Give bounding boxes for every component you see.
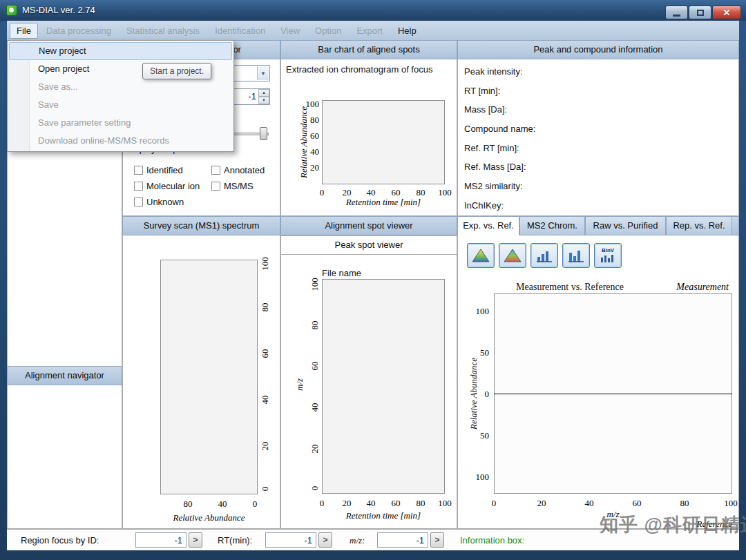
axis-tick: 80 — [184, 499, 193, 510]
axis-tick: 40 — [585, 498, 594, 509]
app-icon — [6, 5, 17, 16]
tab-exp-vs-ref[interactable]: Exp. vs. Ref. — [457, 216, 519, 235]
menu-identification: Identification — [208, 23, 272, 39]
bar-chart-y-axis-label: Relative Abundance — [298, 106, 309, 178]
axis-tick: 100 — [724, 498, 738, 509]
ref-rt-label: Ref. RT [min]: — [464, 143, 519, 153]
axis-tick: 20 — [343, 498, 352, 509]
ref-mass-label: Ref. Mass [Da]: — [464, 162, 526, 172]
menu-item-download-msms-records: Download online-MS/MS records — [8, 132, 233, 150]
menu-option: Option — [308, 23, 348, 39]
histogram-view-button[interactable] — [562, 243, 590, 268]
rt-min-label: RT(min): — [218, 535, 252, 545]
menu-item-new-project[interactable]: New project — [9, 42, 232, 60]
filter-molecular-ion-label: Molecular ion — [146, 181, 200, 191]
menu-item-save-as: Save as... — [8, 78, 233, 96]
histogram-icon — [568, 248, 584, 263]
peak-spot-plot[interactable] — [322, 279, 445, 494]
minimize-icon — [673, 15, 680, 17]
region-focus-input[interactable] — [135, 532, 186, 548]
peak-intensity-label: Peak intensity: — [464, 66, 523, 77]
compound-info-header: Peak and compound information — [457, 40, 739, 59]
axis-tick: 100 — [468, 306, 489, 317]
survey-scan-header: Survey scan (MS1) spectrum — [122, 216, 280, 235]
axis-tick: 100 — [468, 472, 489, 483]
minimize-button[interactable] — [665, 6, 688, 19]
axis-tick: 0 — [492, 498, 497, 509]
mirror-chart-title: Measurement vs. Reference — [484, 282, 656, 293]
bar-chart-x-axis-label: Retention time [min] — [322, 197, 445, 208]
axis-tick: 0 — [253, 499, 258, 510]
axis-tick: 20 — [309, 445, 321, 454]
maximize-icon — [697, 10, 704, 16]
filter-unknown-checkbox[interactable] — [134, 197, 143, 206]
mz-label: m/z: — [350, 535, 365, 546]
menu-help[interactable]: Help — [391, 23, 423, 39]
information-box-label: Information box: — [460, 535, 524, 545]
survey-scan-plot[interactable] — [160, 260, 258, 494]
spectrum-triangle-alt-button[interactable] — [499, 243, 526, 268]
axis-tick: 60 — [392, 498, 401, 509]
spot-viewer-x-axis-label: Retention time [min] — [322, 510, 445, 521]
mirror-y-axis-label: Relative Abundance — [468, 358, 479, 429]
tab-ms2-chrom[interactable]: MS2 Chrom. — [519, 216, 585, 235]
binv-view-button[interactable]: BinV — [594, 243, 622, 268]
mz-input[interactable] — [377, 532, 428, 548]
axis-tick: 80 — [680, 498, 689, 509]
measurement-label: Measurement — [646, 282, 729, 293]
watermark: 知乎 @科研日精进 — [600, 512, 746, 537]
rt-input[interactable] — [265, 532, 316, 548]
triangle-plot-icon — [472, 248, 490, 263]
axis-tick: 0 — [320, 498, 325, 509]
eic-subheader: Extracted ion chromatogram of focus — [286, 64, 456, 75]
bar-view-button[interactable] — [530, 243, 558, 268]
inchikey-label: InChIKey: — [464, 200, 504, 211]
filter-molecular-ion-checkbox[interactable] — [134, 182, 143, 191]
region-focus-label: Region focus by ID: — [21, 535, 99, 545]
triangle-plot-alt-icon — [504, 248, 522, 263]
chevron-down-icon[interactable]: ▼ — [257, 66, 269, 80]
spectrum-triangle-button[interactable] — [467, 243, 495, 268]
filter-identified-checkbox[interactable] — [134, 166, 143, 175]
region-go-button[interactable]: > — [189, 532, 202, 548]
mz-go-button[interactable]: > — [430, 532, 444, 548]
axis-tick: 60 — [633, 498, 642, 509]
menu-bar: File Data processing Statistical analysi… — [7, 21, 739, 40]
stepper-down-icon[interactable]: ▼ — [258, 97, 269, 104]
bar-chart-plot[interactable] — [322, 100, 445, 184]
menu-file[interactable]: File — [10, 23, 38, 39]
filter-identified-label: Identified — [146, 165, 183, 175]
menu-item-save: Save — [8, 96, 233, 114]
axis-tick: 0 — [260, 487, 271, 492]
spot-id-value: -1 — [248, 91, 256, 102]
close-icon: ✕ — [723, 8, 731, 17]
axis-tick: 60 — [260, 349, 271, 358]
close-button[interactable]: ✕ — [712, 6, 741, 19]
tab-rep-vs-ref[interactable]: Rep. vs. Ref. — [666, 216, 732, 235]
alignment-navigator-header: Alignment navigator — [7, 366, 122, 385]
ms2-similarity-label: MS2 similarity: — [464, 181, 523, 191]
menu-view: View — [274, 23, 307, 39]
axis-tick: 100 — [260, 257, 271, 271]
peak-spot-viewer-tab[interactable]: Peak spot viewer — [280, 235, 457, 255]
filter-msms-checkbox[interactable] — [211, 182, 220, 191]
filter-annotated-checkbox[interactable] — [211, 166, 220, 175]
tab-raw-vs-purified[interactable]: Raw vs. Purified — [585, 216, 666, 235]
axis-tick: 40 — [260, 396, 271, 405]
axis-tick: 60 — [309, 362, 321, 371]
rt-go-button[interactable]: > — [318, 532, 332, 548]
menu-export: Export — [350, 23, 390, 39]
spot-viewer-y-axis-label: m/z — [294, 378, 305, 391]
maximize-button[interactable] — [689, 6, 711, 19]
axis-tick: 100 — [438, 498, 452, 509]
compound-name-label: Compound name: — [464, 124, 535, 134]
slider-handle[interactable] — [260, 127, 267, 140]
stepper-up-icon[interactable]: ▲ — [258, 89, 269, 97]
axis-tick: 50 — [468, 347, 489, 358]
axis-tick: 0 — [309, 486, 321, 491]
axis-tick: 20 — [537, 498, 546, 509]
axis-tick: 40 — [309, 403, 321, 412]
start-project-tooltip: Start a project. — [142, 63, 211, 79]
filter-unknown-label: Unknown — [146, 197, 184, 207]
menu-data-processing: Data processing — [39, 23, 118, 39]
